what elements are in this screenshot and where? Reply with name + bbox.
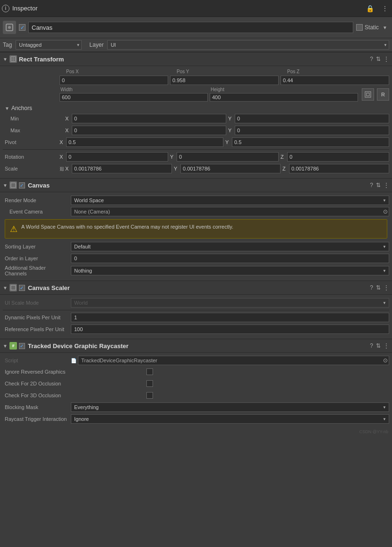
canvas-settings-icon[interactable]: ⇅: [376, 182, 381, 188]
dynamic-pixels-input[interactable]: [71, 313, 389, 322]
scale-y-input[interactable]: [180, 164, 281, 173]
anchor-min-x-item: X: [65, 114, 226, 123]
raycaster-help-icon[interactable]: ?: [370, 342, 373, 349]
canvas-scaler-active-checkbox[interactable]: ✓: [19, 285, 25, 291]
canvas-scaler-collapse-arrow[interactable]: ▼: [3, 285, 8, 291]
pos-y-input[interactable]: [170, 76, 279, 85]
rotation-y-input[interactable]: [177, 152, 279, 162]
render-mode-label: Render Mode: [3, 197, 69, 203]
blocking-mask-row: Blocking Mask Everything: [3, 402, 389, 412]
scale-x-input[interactable]: [72, 164, 172, 173]
script-input-wrap: 📄 ⊙: [71, 356, 389, 365]
reference-pixels-row: Reference Pixels Per Unit: [3, 324, 389, 334]
rect-transform-menu-icon[interactable]: ⋮: [383, 56, 389, 62]
canvas-menu-icon[interactable]: ⋮: [383, 182, 389, 188]
canvas-scaler-help-icon[interactable]: ?: [370, 284, 373, 291]
ui-scale-mode-row: UI Scale Mode World: [3, 298, 389, 308]
anchor-min-x-input[interactable]: [72, 114, 226, 123]
raycaster-menu-icon[interactable]: ⋮: [383, 342, 389, 349]
scale-label: Scale: [3, 166, 60, 171]
canvas-collapse-arrow[interactable]: ▼: [3, 183, 8, 188]
check-3d-checkbox[interactable]: [146, 392, 153, 399]
rect-transform-section-header: ▼ Rect Transform ? ⇅ ⋮: [0, 52, 392, 66]
anchor-max-x-label: X: [65, 128, 71, 133]
raycast-trigger-label: Raycast Trigger Interaction: [3, 416, 69, 422]
rotation-x-input[interactable]: [66, 152, 168, 162]
static-dropdown-arrow[interactable]: ▼: [381, 24, 389, 31]
tag-label: Tag: [3, 42, 12, 48]
rotation-z-input[interactable]: [287, 152, 389, 162]
pos-x-input[interactable]: [60, 76, 168, 85]
warning-box: ⚠ A World Space Canvas with no specified…: [5, 219, 387, 239]
render-mode-select-wrapper: World Space: [71, 196, 389, 205]
scale-z-input[interactable]: [289, 164, 389, 173]
order-in-layer-input[interactable]: [71, 254, 389, 263]
sorting-layer-row: Sorting Layer Default: [3, 241, 389, 252]
rotation-y-item: Y: [170, 152, 279, 162]
svg-point-1: [8, 26, 11, 29]
rect-transform-help-icon[interactable]: ?: [370, 56, 373, 62]
raycast-trigger-select[interactable]: Ignore: [71, 414, 389, 424]
layer-select[interactable]: UI: [107, 40, 389, 50]
scale-x-item: X: [65, 164, 172, 173]
event-camera-input[interactable]: [71, 207, 389, 216]
rotation-xyz-group: X Y Z: [60, 152, 389, 162]
rect-r-btn[interactable]: R: [377, 88, 389, 101]
rect-anchor-btn[interactable]: [362, 88, 374, 101]
height-input[interactable]: [210, 93, 358, 102]
gameobject-header: ✓ Static ▼: [0, 17, 392, 38]
additional-shader-select[interactable]: Nothing: [71, 266, 389, 275]
pivot-x-input[interactable]: [66, 137, 223, 147]
scale-z-item: Z: [282, 164, 389, 173]
anchor-min-y-label: Y: [228, 116, 234, 121]
anchors-header[interactable]: ▼ Anchors: [3, 103, 389, 113]
canvas-section-actions: ? ⇅ ⋮: [370, 182, 389, 188]
lock-icon[interactable]: 🔒: [364, 4, 376, 13]
anchors-collapse-arrow[interactable]: ▼: [5, 106, 9, 111]
warning-icon: ⚠: [10, 224, 17, 234]
check-2d-checkbox[interactable]: [146, 380, 153, 387]
gameobject-name-input[interactable]: [28, 22, 353, 33]
gameobject-active-checkbox[interactable]: ✓: [19, 24, 26, 31]
rotation-row: Rotation X Y Z: [3, 152, 389, 162]
width-input[interactable]: [60, 93, 208, 102]
gameobject-icon: [3, 21, 16, 34]
anchor-min-y-input[interactable]: [235, 114, 389, 123]
blocking-mask-select[interactable]: Everything: [71, 402, 389, 412]
raycaster-collapse-arrow[interactable]: ▼: [3, 343, 8, 349]
ignore-reversed-checkbox[interactable]: [146, 368, 153, 375]
scale-link-icon[interactable]: ⛓: [60, 166, 64, 171]
canvas-help-icon[interactable]: ?: [370, 182, 373, 188]
menu-icon[interactable]: ⋮: [380, 4, 390, 13]
tag-select[interactable]: Untagged: [16, 40, 82, 50]
raycaster-settings-icon[interactable]: ⇅: [376, 342, 381, 349]
canvas-scaler-actions: ? ⇅ ⋮: [370, 284, 389, 291]
canvas-active-checkbox[interactable]: ✓: [19, 182, 25, 188]
raycaster-active-checkbox[interactable]: ✓: [19, 343, 25, 349]
svg-rect-6: [366, 93, 369, 96]
dynamic-pixels-row: Dynamic Pixels Per Unit: [3, 312, 389, 323]
script-file-icon: 📄: [71, 358, 77, 363]
anchor-max-x-input[interactable]: [72, 126, 226, 135]
footer-text: CSDN @YY-nb: [359, 429, 388, 434]
scale-xyz-group: X Y Z: [65, 164, 389, 173]
canvas-scaler-menu-icon[interactable]: ⋮: [383, 284, 389, 291]
pivot-x-label: X: [60, 139, 65, 145]
sorting-layer-select[interactable]: Default: [71, 242, 389, 251]
static-row: Static ▼: [356, 24, 389, 31]
script-input: [78, 356, 389, 365]
pivot-y-input[interactable]: [232, 137, 389, 147]
pos-z-input[interactable]: [281, 76, 389, 85]
anchor-max-y-input[interactable]: [235, 126, 389, 135]
event-camera-circle-btn[interactable]: ⊙: [383, 208, 388, 215]
rect-transform-collapse-arrow[interactable]: ▼: [3, 57, 8, 62]
canvas-scaler-settings-icon[interactable]: ⇅: [376, 284, 381, 291]
reference-pixels-input[interactable]: [71, 325, 389, 334]
static-checkbox[interactable]: [356, 24, 363, 31]
render-mode-select[interactable]: World Space: [71, 196, 389, 205]
script-circle-btn[interactable]: ⊙: [383, 357, 388, 364]
rect-transform-settings-icon[interactable]: ⇅: [376, 56, 381, 62]
tag-layer-row: Tag Untagged Layer UI: [0, 38, 392, 52]
width-header: Width: [60, 87, 208, 92]
sorting-layer-label: Sorting Layer: [3, 244, 69, 249]
